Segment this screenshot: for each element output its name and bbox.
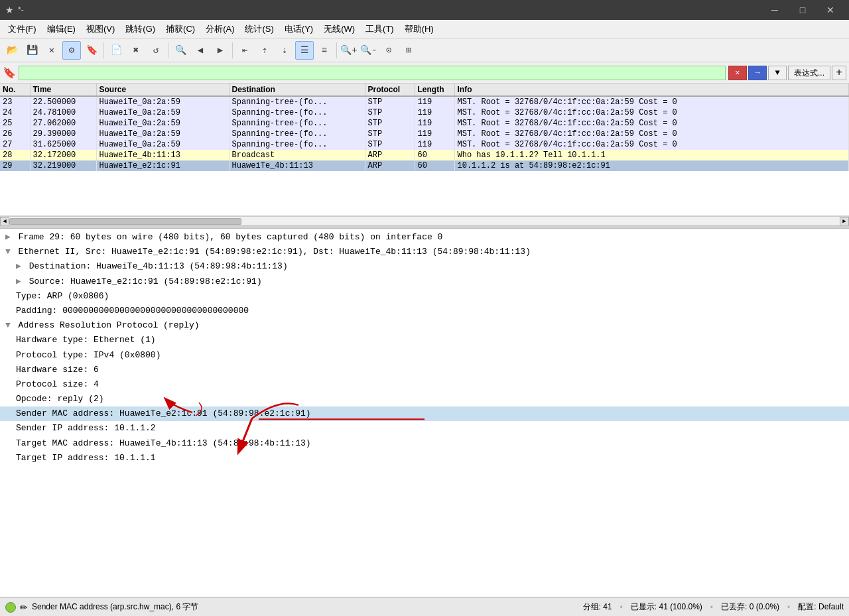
detail-line[interactable]: Protocol type: IPv4 (0x0800) [0, 348, 849, 363]
table-cell: 26 [0, 129, 30, 139]
child-expander-icon[interactable]: ▶ [16, 277, 27, 286]
detail-line[interactable]: Type: ARP (0x0806) [0, 289, 849, 304]
menu-edit[interactable]: 编辑(E) [42, 21, 81, 37]
col-source[interactable]: Source [96, 84, 229, 96]
menu-analyze[interactable]: 分析(A) [200, 21, 239, 37]
tb-resize-col[interactable]: ⊞ [399, 41, 418, 60]
detail-line[interactable]: Opcode: reply (2) [0, 392, 849, 406]
table-cell: MST. Root = 32768/0/4c:1f:cc:0a:2a:59 Co… [454, 129, 849, 139]
menu-goto[interactable]: 跳转(G) [120, 21, 161, 37]
h-scroll-right-arrow[interactable]: ▶ [840, 217, 849, 226]
col-no[interactable]: No. [0, 84, 30, 96]
detail-section-header[interactable]: ▼ Ethernet II, Src: HuaweiTe_e2:1c:91 (5… [0, 245, 849, 259]
h-scroll-track[interactable] [9, 217, 840, 226]
tb-bookmark[interactable]: 🔖 [82, 41, 101, 60]
detail-line[interactable]: ▶ Destination: HuaweiTe_4b:11:13 (54:89:… [0, 259, 849, 274]
tb-zoom-in[interactable]: 🔍+ [340, 41, 358, 60]
filter-bookmark-icon[interactable]: 🔖 [3, 66, 16, 80]
col-dest[interactable]: Destination [229, 84, 365, 96]
col-info[interactable]: Info [454, 84, 849, 96]
expander-icon[interactable]: ▼ [5, 247, 16, 257]
expander-icon[interactable]: ▼ [5, 320, 16, 330]
table-cell: Spanning-tree-(fo... [229, 129, 365, 139]
horizontal-scrollbar[interactable]: ◀ ▶ [0, 216, 849, 225]
filter-dropdown-button[interactable]: ▼ [768, 66, 787, 80]
menu-stats[interactable]: 统计(S) [239, 21, 279, 37]
detail-line[interactable]: Padding: 0000000000000000000000000000000… [0, 304, 849, 318]
add-expression-button[interactable]: + [832, 66, 846, 80]
detail-line[interactable]: Sender IP address: 10.1.1.2 [0, 421, 849, 436]
detail-line[interactable]: Sender MAC address: HuaweiTe_e2:1c:91 (5… [0, 406, 849, 421]
menu-capture[interactable]: 捕获(C) [161, 21, 200, 37]
h-scroll-thumb[interactable] [9, 218, 241, 225]
tb-align-down[interactable]: ⇣ [275, 41, 294, 60]
filter-input[interactable] [19, 66, 726, 80]
tb-forward[interactable]: ▶ [211, 41, 229, 60]
tb-align-up[interactable]: ⇡ [255, 41, 274, 60]
tb-delete[interactable]: ✖ [127, 41, 145, 60]
table-row[interactable]: 2629.390000HuaweiTe_0a:2a:59Spanning-tre… [0, 129, 849, 139]
detail-line[interactable]: Target IP address: 10.1.1.1 [0, 451, 849, 465]
table-row[interactable]: 2731.625000HuaweiTe_0a:2a:59Spanning-tre… [0, 139, 849, 150]
detail-section-frame: ▶ Frame 29: 60 bytes on wire (480 bits),… [0, 230, 849, 245]
filter-clear-button[interactable]: ✕ [728, 66, 747, 80]
tb-view-mode[interactable]: ☰ [295, 41, 314, 60]
detail-line[interactable]: Hardware type: Ethernet (1) [0, 333, 849, 347]
menu-tools[interactable]: 工具(T) [360, 21, 399, 37]
col-proto[interactable]: Protocol [365, 84, 415, 96]
tb-zoom-out[interactable]: 🔍- [359, 41, 378, 60]
menu-file[interactable]: 文件(F) [3, 21, 42, 37]
expander-icon[interactable]: ▶ [5, 232, 16, 242]
status-edit-icon[interactable]: ✏ [20, 602, 28, 613]
col-time[interactable]: Time [30, 84, 96, 96]
detail-line[interactable]: Target MAC address: HuaweiTe_4b:11:13 (5… [0, 436, 849, 451]
tb-save[interactable]: 💾 [23, 41, 41, 60]
table-cell: Spanning-tree-(fo... [229, 139, 365, 150]
table-cell: 119 [415, 129, 454, 139]
menu-wireless[interactable]: 无线(W) [318, 21, 360, 37]
tb-zoom-reset[interactable]: ⊙ [379, 41, 398, 60]
menu-help[interactable]: 帮助(H) [399, 21, 439, 37]
child-expander-icon[interactable]: ▶ [16, 261, 27, 271]
table-row[interactable]: 2527.062000HuaweiTe_0a:2a:59Spanning-tre… [0, 118, 849, 129]
tb-refresh[interactable]: ↺ [147, 41, 165, 60]
tb-zoom-fit[interactable]: 🔍 [171, 41, 190, 60]
minimize-button[interactable]: ─ [761, 0, 788, 20]
table-cell: Spanning-tree-(fo... [229, 96, 365, 107]
maximize-button[interactable]: □ [789, 0, 816, 20]
menu-view[interactable]: 视图(V) [81, 21, 120, 37]
table-row[interactable]: 2832.172000HuaweiTe_4b:11:13BroadcastARP… [0, 150, 849, 160]
tb-open-file[interactable]: 📂 [3, 41, 21, 60]
tb-view-mode2[interactable]: ≡ [315, 41, 334, 60]
table-cell: 27 [0, 139, 30, 150]
table-row[interactable]: 2322.500000HuaweiTe_0a:2a:59Spanning-tre… [0, 96, 849, 107]
table-cell: Who has 10.1.1.2? Tell 10.1.1.1 [454, 150, 849, 160]
detail-line[interactable]: Protocol size: 4 [0, 377, 849, 392]
table-row[interactable]: 2932.219000HuaweiTe_e2:1c:91HuaweiTe_4b:… [0, 160, 849, 171]
table-cell: STP [365, 129, 415, 139]
detail-line[interactable]: Hardware size: 6 [0, 363, 849, 377]
tb-align-left[interactable]: ⇤ [235, 41, 254, 60]
section-label: Ethernet II, Src: HuaweiTe_e2:1c:91 (54:… [19, 247, 531, 257]
table-cell: 119 [415, 107, 454, 118]
detail-section-header[interactable]: ▶ Frame 29: 60 bytes on wire (480 bits),… [0, 230, 849, 245]
menu-bar: 文件(F) 编辑(E) 视图(V) 跳转(G) 捕获(C) 分析(A) 统计(S… [0, 20, 849, 38]
h-scroll-left-arrow[interactable]: ◀ [0, 217, 9, 226]
table-cell: 24 [0, 107, 30, 118]
tb-capture-options[interactable]: ⚙ [62, 41, 81, 60]
table-cell: 10.1.1.2 is at 54:89:98:e2:1c:91 [454, 160, 849, 171]
expression-button[interactable]: 表达式... [788, 66, 830, 80]
tb-new-file[interactable]: 📄 [107, 41, 125, 60]
close-button[interactable]: ✕ [817, 0, 844, 20]
table-row[interactable]: 2424.781000HuaweiTe_0a:2a:59Spanning-tre… [0, 107, 849, 118]
table-cell: Spanning-tree-(fo... [229, 107, 365, 118]
filter-apply-button[interactable]: → [748, 66, 767, 80]
table-cell: 60 [415, 150, 454, 160]
col-len[interactable]: Length [415, 84, 454, 96]
tb-sep2 [168, 42, 168, 58]
tb-back[interactable]: ◀ [191, 41, 210, 60]
detail-section-header[interactable]: ▼ Address Resolution Protocol (reply) [0, 318, 849, 333]
detail-line[interactable]: ▶ Source: HuaweiTe_e2:1c:91 (54:89:98:e2… [0, 275, 849, 289]
tb-close[interactable]: ✕ [42, 41, 61, 60]
menu-phone[interactable]: 电话(Y) [279, 21, 318, 37]
